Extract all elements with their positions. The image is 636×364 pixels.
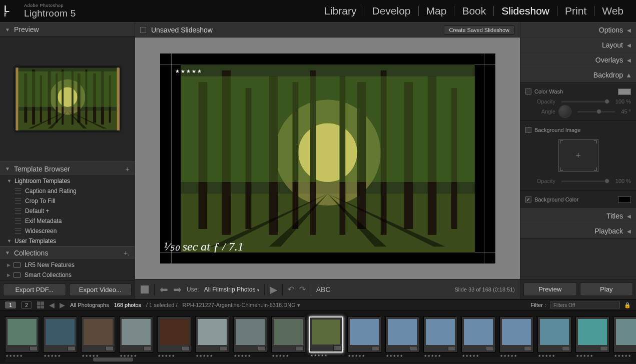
- filmstrip-thumb[interactable]: ★★★★★: [347, 316, 381, 352]
- filmstrip-thumb[interactable]: ★★★★★: [499, 316, 533, 352]
- rating-overlay: ★★★★★: [175, 68, 203, 74]
- template-item[interactable]: Caption and Rating: [0, 186, 135, 196]
- module-tab-library[interactable]: Library: [317, 5, 364, 17]
- angle-value: 45 °: [621, 108, 631, 114]
- photo-count: 168 photos: [114, 302, 141, 308]
- module-picker: LibraryDevelopMapBookSlideshowPrintWeb: [317, 5, 631, 17]
- panel-header-titles[interactable]: Titles◀: [520, 208, 636, 224]
- color-wash-swatch[interactable]: [618, 88, 631, 95]
- rotate-cw-icon[interactable]: ↷: [299, 284, 306, 294]
- filmstrip-thumb[interactable]: ★★★★★: [43, 316, 77, 352]
- background-image-checkbox[interactable]: [525, 127, 531, 133]
- filmstrip-thumb[interactable]: ★★★★★: [119, 316, 153, 352]
- filmstrip-thumb[interactable]: ★★★★★: [537, 316, 571, 352]
- bg-image-opacity-label: Opacity: [525, 178, 555, 184]
- angle-slider[interactable]: [577, 111, 615, 112]
- filmstrip[interactable]: ★★★★★★★★★★★★★★★★★★★★★★★★★★★★★★★★★★★★★★★★…: [0, 311, 636, 363]
- play-icon[interactable]: ▶: [270, 284, 277, 296]
- top-bar: Lr Adobe Photoshop Lightroom 5 LibraryDe…: [0, 0, 636, 22]
- backdrop-panel-body: Color Wash Opacity 100 % Angle 45 ° Back…: [520, 82, 636, 208]
- status-bar: 1 2 ◀ ▶ All Photographs 168 photos / 1 s…: [0, 299, 636, 311]
- template-browser-header[interactable]: ▼ Template Browser +: [0, 162, 135, 176]
- template-group[interactable]: ▼Lightroom Templates: [0, 176, 135, 186]
- filmstrip-thumb[interactable]: ★★★★★: [81, 316, 115, 352]
- left-footer: Export PDF... Export Video...: [0, 280, 135, 299]
- source-label[interactable]: All Photographs: [70, 302, 109, 308]
- export-pdf-button[interactable]: Export PDF...: [3, 284, 66, 296]
- use-dropdown[interactable]: All Filmstrip Photos ▾: [204, 286, 259, 293]
- stop-button[interactable]: [140, 285, 149, 294]
- module-tab-book[interactable]: Book: [454, 5, 493, 17]
- next-slide-button[interactable]: ➡: [173, 284, 182, 296]
- primary-display-button[interactable]: 1: [5, 302, 16, 308]
- panel-header-options[interactable]: Options◀: [520, 22, 636, 38]
- angle-knob[interactable]: [558, 105, 571, 118]
- preview-thumbnail[interactable]: [15, 67, 120, 131]
- exif-overlay: ¹⁄₅₀ sec at ƒ / 7.1: [164, 240, 244, 254]
- sync-icon[interactable]: [140, 27, 146, 33]
- export-video-button[interactable]: Export Video...: [69, 284, 132, 296]
- filmstrip-thumb[interactable]: ★★★★★: [5, 316, 39, 352]
- module-tab-develop[interactable]: Develop: [364, 5, 418, 17]
- panel-header-overlays[interactable]: Overlays◀: [520, 52, 636, 68]
- plus-icon[interactable]: +: [126, 165, 130, 173]
- module-tab-print[interactable]: Print: [557, 5, 594, 17]
- lock-icon[interactable]: 🔒: [624, 302, 631, 308]
- collections-header[interactable]: ▼ Collections +.: [0, 246, 135, 260]
- filmstrip-thumb[interactable]: ★★★★★: [575, 316, 609, 352]
- filmstrip-thumb[interactable]: ★★★★★: [157, 316, 191, 352]
- color-wash-label: Color Wash: [534, 88, 563, 94]
- rotate-ccw-icon[interactable]: ↶: [288, 284, 294, 294]
- current-filename[interactable]: RPH-121227-Argentina-Chimehuin-6318.DNG …: [182, 302, 300, 308]
- filmstrip-thumb[interactable]: ★★★★★: [233, 316, 267, 352]
- collection-item[interactable]: ▶LR5 New Features: [0, 260, 135, 270]
- collection-item[interactable]: ▶Smart Collections: [0, 270, 135, 280]
- filmstrip-thumb[interactable]: ★★★★★: [271, 316, 305, 352]
- panel-header-backdrop[interactable]: Backdrop◀: [520, 68, 636, 82]
- background-image-dropzone[interactable]: +: [558, 139, 598, 172]
- selection-count: / 1 selected /: [146, 302, 177, 308]
- slide-stage: ★★★★★ ¹⁄₅₀ sec at ƒ / 7.1: [135, 38, 520, 279]
- bg-image-opacity-slider[interactable]: [561, 180, 609, 182]
- filter-dropdown[interactable]: Filters Off: [550, 302, 620, 308]
- filmstrip-thumb[interactable]: ★★★★★: [613, 316, 636, 352]
- opacity-value: 100 %: [615, 98, 631, 104]
- background-image-label: Background Image: [534, 127, 580, 133]
- filmstrip-thumb[interactable]: ★★★★★: [195, 316, 229, 352]
- template-item[interactable]: Widescreen: [0, 226, 135, 236]
- filmstrip-thumb[interactable]: ★★★★★: [423, 316, 457, 352]
- template-item[interactable]: Exif Metadata: [0, 216, 135, 226]
- template-group[interactable]: ▼User Templates: [0, 236, 135, 246]
- template-item[interactable]: Crop To Fill: [0, 196, 135, 206]
- background-color-checkbox[interactable]: [525, 196, 531, 202]
- plus-icon[interactable]: +.: [124, 249, 130, 257]
- filmstrip-thumb[interactable]: ★★★★★: [385, 316, 419, 352]
- left-panel: ▼ Preview ▼ Template Browser + ▼Lightroo…: [0, 22, 135, 299]
- module-tab-map[interactable]: Map: [419, 5, 454, 17]
- prev-slide-button[interactable]: ⬅: [160, 284, 168, 296]
- color-wash-checkbox[interactable]: [525, 88, 531, 94]
- panel-header-layout[interactable]: Layout◀: [520, 38, 636, 52]
- background-color-swatch[interactable]: [618, 196, 631, 203]
- filmstrip-thumb[interactable]: ★★★★★: [461, 316, 495, 352]
- text-overlay-button[interactable]: ABC: [316, 286, 331, 294]
- create-saved-slideshow-button[interactable]: Create Saved Slideshow: [444, 26, 515, 34]
- module-tab-web[interactable]: Web: [594, 5, 631, 17]
- preview-panel-header[interactable]: ▼ Preview: [0, 22, 135, 36]
- panel-header-playback[interactable]: Playback◀: [520, 224, 636, 238]
- slide-preview[interactable]: ★★★★★ ¹⁄₅₀ sec at ƒ / 7.1: [160, 54, 495, 264]
- center-area: Unsaved Slideshow Create Saved Slideshow…: [135, 22, 520, 299]
- opacity-slider[interactable]: [561, 101, 609, 102]
- secondary-display-button[interactable]: 2: [21, 302, 32, 308]
- nav-fwd-icon[interactable]: ▶: [60, 301, 65, 309]
- filmstrip-thumb[interactable]: ★★★★★: [309, 316, 343, 352]
- nav-back-icon[interactable]: ◀: [49, 301, 55, 309]
- angle-label: Angle: [525, 108, 555, 114]
- module-tab-slideshow[interactable]: Slideshow: [494, 5, 557, 17]
- filmstrip-scrollbar[interactable]: [5, 357, 631, 362]
- template-tree: ▼Lightroom TemplatesCaption and RatingCr…: [0, 176, 135, 246]
- preview-button[interactable]: Preview: [523, 282, 577, 296]
- grid-view-icon[interactable]: [37, 302, 44, 308]
- play-button[interactable]: Play: [580, 282, 633, 296]
- template-item[interactable]: Default +: [0, 206, 135, 216]
